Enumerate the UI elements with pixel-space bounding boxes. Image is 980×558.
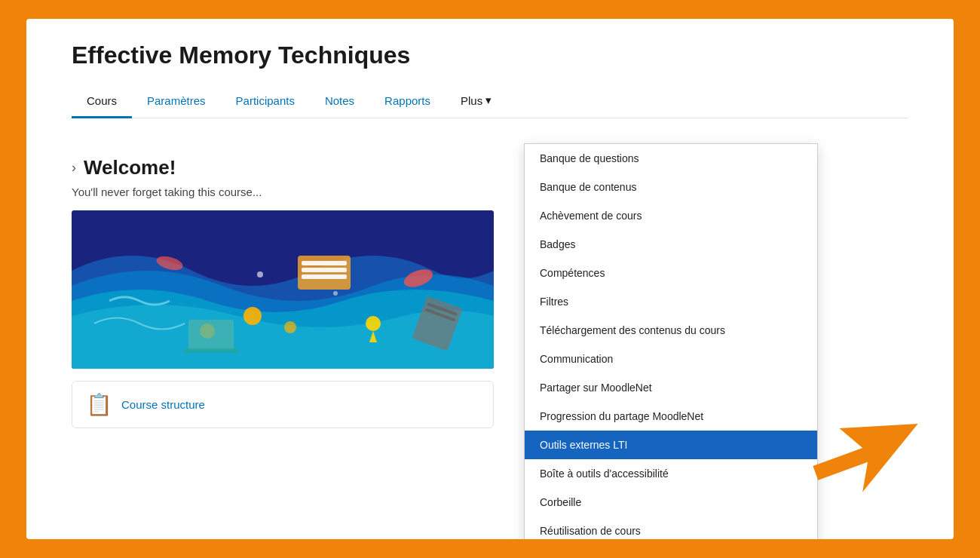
collapse-chevron-icon[interactable]: › bbox=[72, 160, 76, 176]
svg-rect-14 bbox=[188, 320, 234, 350]
arrow-pointer bbox=[804, 407, 940, 498]
svg-point-5 bbox=[243, 307, 262, 325]
course-structure-link[interactable]: Course structure bbox=[121, 398, 205, 411]
dropdown-item-competences[interactable]: Compétences bbox=[525, 259, 817, 287]
dropdown-item-reutilisation[interactable]: Réutilisation de cours bbox=[525, 517, 817, 539]
welcome-title: Welcome! bbox=[84, 156, 176, 179]
svg-rect-1 bbox=[298, 256, 351, 290]
dropdown-item-filtres[interactable]: Filtres bbox=[525, 287, 817, 316]
svg-rect-2 bbox=[302, 261, 347, 265]
svg-point-10 bbox=[366, 316, 381, 331]
dropdown-item-banque-contenus[interactable]: Banque de contenus bbox=[525, 173, 817, 201]
dropdown-item-boite-accessibilite[interactable]: Boîte à outils d'accessibilité bbox=[525, 459, 817, 488]
document-icon: 📋 bbox=[86, 392, 112, 417]
dropdown-item-badges[interactable]: Badges bbox=[525, 230, 817, 259]
svg-rect-15 bbox=[183, 348, 239, 353]
svg-rect-4 bbox=[302, 274, 347, 279]
course-image bbox=[72, 210, 494, 369]
page-title: Effective Memory Techniques bbox=[72, 41, 908, 69]
svg-marker-18 bbox=[804, 407, 933, 498]
dropdown-item-progression-moodlenet[interactable]: Progression du partage MoodleNet bbox=[525, 402, 817, 431]
nav-tabs: Cours Paramètres Participants Notes Rapp… bbox=[72, 84, 908, 118]
dropdown-item-outils-lti[interactable]: Outils externes LTI bbox=[525, 431, 817, 459]
svg-point-16 bbox=[257, 271, 263, 277]
dropdown-item-communication[interactable]: Communication bbox=[525, 345, 817, 373]
main-window: Effective Memory Techniques Cours Paramè… bbox=[26, 19, 954, 539]
tab-cours[interactable]: Cours bbox=[72, 85, 132, 118]
svg-rect-3 bbox=[302, 268, 347, 272]
page-header: Effective Memory Techniques Cours Paramè… bbox=[26, 19, 954, 133]
dropdown-item-achevement[interactable]: Achèvement de cours bbox=[525, 201, 817, 230]
course-structure-card: 📋 Course structure bbox=[72, 381, 494, 428]
svg-point-6 bbox=[284, 321, 296, 333]
dropdown-item-partager-moodlenet[interactable]: Partager sur MoodleNet bbox=[525, 373, 817, 402]
tab-notes[interactable]: Notes bbox=[310, 85, 369, 118]
tab-rapports[interactable]: Rapports bbox=[369, 85, 446, 118]
svg-point-17 bbox=[333, 291, 338, 296]
chevron-down-icon: ▾ bbox=[485, 94, 492, 107]
tab-participants[interactable]: Participants bbox=[221, 85, 310, 118]
tab-parametres[interactable]: Paramètres bbox=[132, 85, 221, 118]
dropdown-item-banque-questions[interactable]: Banque de questions bbox=[525, 144, 817, 173]
tab-plus[interactable]: Plus ▾ bbox=[446, 84, 507, 118]
dropdown-item-telechargement[interactable]: Téléchargement des contenus du cours bbox=[525, 316, 817, 345]
plus-dropdown: Banque de questions Banque de contenus A… bbox=[524, 143, 818, 539]
dropdown-item-corbeille[interactable]: Corbeille bbox=[525, 488, 817, 517]
